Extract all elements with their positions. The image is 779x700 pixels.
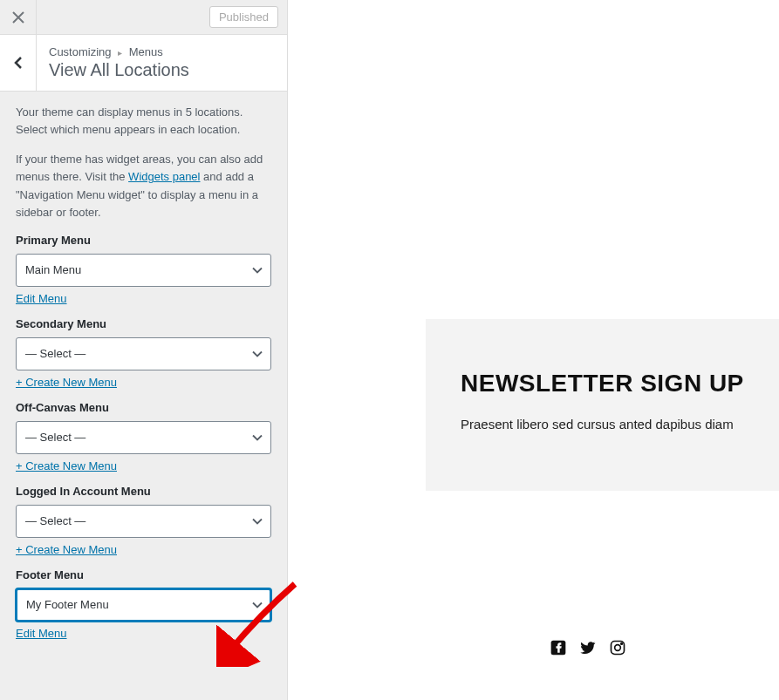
- breadcrumb-separator-icon: ▸: [118, 48, 122, 58]
- page-title: View All Locations: [49, 60, 275, 80]
- breadcrumb-parent: Customizing: [49, 45, 112, 58]
- menu-location-select[interactable]: — Select —: [16, 337, 271, 370]
- breadcrumb: Customizing ▸ Menus: [49, 45, 275, 58]
- menu-location-select[interactable]: — Select —: [16, 421, 271, 454]
- create-new-menu-link[interactable]: + Create New Menu: [16, 459, 117, 472]
- menu-location-label: Footer Menu: [16, 568, 271, 581]
- chevron-left-icon: [13, 56, 24, 70]
- edit-menu-link[interactable]: Edit Menu: [16, 627, 67, 640]
- widgets-panel-link[interactable]: Widgets panel: [128, 170, 200, 183]
- description-1: Your theme can display menus in 5 locati…: [16, 104, 271, 139]
- select-wrap: — Select —: [16, 337, 271, 370]
- menu-location-group: Logged In Account Menu— Select —+ Create…: [16, 485, 271, 556]
- newsletter-title: NEWSLETTER SIGN UP: [461, 370, 744, 398]
- select-wrap: — Select —: [16, 421, 271, 454]
- menu-location-select[interactable]: My Footer Menu: [16, 588, 271, 622]
- menu-location-group: Off-Canvas Menu— Select —+ Create New Me…: [16, 401, 271, 472]
- select-wrap: My Footer Menu: [16, 588, 271, 622]
- menu-location-group: Footer MenuMy Footer MenuEdit Menu: [16, 568, 271, 640]
- social-icons: [550, 639, 626, 656]
- menu-location-label: Logged In Account Menu: [16, 485, 271, 498]
- menu-location-select[interactable]: Main Menu: [16, 254, 271, 287]
- menu-location-group: Primary MenuMain MenuEdit Menu: [16, 234, 271, 305]
- menu-location-label: Secondary Menu: [16, 317, 271, 330]
- breadcrumb-current: Menus: [129, 45, 163, 58]
- panel-body: Your theme can display menus in 5 locati…: [0, 92, 287, 700]
- description-2: If your theme has widget areas, you can …: [16, 151, 271, 221]
- create-new-menu-link[interactable]: + Create New Menu: [16, 543, 117, 556]
- back-button[interactable]: [0, 35, 37, 91]
- svg-point-2: [615, 645, 621, 651]
- menu-location-select[interactable]: — Select —: [16, 505, 271, 538]
- edit-menu-link[interactable]: Edit Menu: [16, 292, 67, 305]
- facebook-icon[interactable]: [550, 639, 567, 656]
- create-new-menu-link[interactable]: + Create New Menu: [16, 376, 117, 389]
- menu-location-group: Secondary Menu— Select —+ Create New Men…: [16, 317, 271, 389]
- header-content: Customizing ▸ Menus View All Locations: [37, 35, 287, 91]
- site-preview: NEWSLETTER SIGN UP Praesent libero sed c…: [288, 0, 779, 700]
- close-button[interactable]: [0, 0, 37, 35]
- select-wrap: Main Menu: [16, 254, 271, 287]
- newsletter-box: NEWSLETTER SIGN UP Praesent libero sed c…: [426, 319, 779, 491]
- top-bar: Published: [0, 0, 287, 35]
- published-button[interactable]: Published: [209, 6, 278, 28]
- newsletter-subtitle: Praesent libero sed cursus anted dapibus…: [461, 417, 744, 432]
- menu-location-label: Off-Canvas Menu: [16, 401, 271, 414]
- menu-location-label: Primary Menu: [16, 234, 271, 247]
- select-wrap: — Select —: [16, 505, 271, 538]
- panel-header: Customizing ▸ Menus View All Locations: [0, 35, 287, 92]
- customizer-sidebar: Published Customizing ▸ Menus View All L…: [0, 0, 288, 700]
- instagram-icon[interactable]: [609, 639, 626, 656]
- twitter-icon[interactable]: [579, 639, 597, 656]
- svg-point-3: [621, 643, 623, 645]
- close-icon: [12, 11, 24, 24]
